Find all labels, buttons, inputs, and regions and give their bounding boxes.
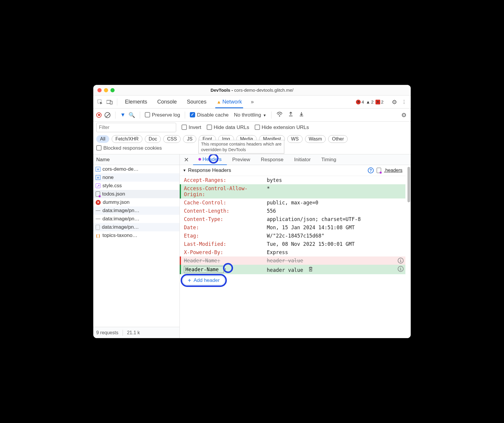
header-row-editing: : header value i <box>180 265 405 274</box>
more-menu-icon[interactable]: ⋮ <box>400 98 408 106</box>
type-filter-other[interactable]: Other <box>328 135 348 143</box>
network-settings-icon[interactable]: ⚙ <box>400 111 408 119</box>
clear-button[interactable] <box>105 112 110 118</box>
request-row-dummy[interactable]: ✕dummy.json <box>93 198 179 206</box>
request-list: ≡cors-demo-de… ≡none ↗style.css todos.js… <box>93 165 179 327</box>
request-row-data1[interactable]: data:image/pn… <box>93 206 179 215</box>
more-tabs-icon[interactable]: » <box>248 98 256 106</box>
header-row: Last-Modified:Tue, 08 Nov 2022 15:00:01 … <box>180 240 405 248</box>
request-row-style[interactable]: ↗style.css <box>93 182 179 190</box>
hide-data-urls-checkbox[interactable]: Hide data URLs <box>207 125 249 130</box>
device-toolbar-icon[interactable] <box>106 98 113 106</box>
request-row-data3[interactable]: data:image/pn… <box>93 223 179 231</box>
request-row-topics[interactable]: { }topics-taxono… <box>93 231 179 240</box>
info-icon[interactable]: i <box>398 258 404 264</box>
tab-elements[interactable]: Elements <box>121 99 151 105</box>
disable-cache-checkbox[interactable]: Disable cache <box>190 112 229 118</box>
blocked-response-cookies-checkbox[interactable]: Blocked response cookies <box>96 145 162 151</box>
type-filter-js[interactable]: JS <box>183 135 196 143</box>
invert-checkbox[interactable]: Invert <box>182 125 201 130</box>
info-icon[interactable]: i <box>398 266 404 272</box>
header-row: Content-Length:556 <box>180 207 405 215</box>
scrollbar[interactable] <box>407 167 410 202</box>
error-icon: ✕ <box>356 100 361 104</box>
warning-icon: ▲ <box>366 99 370 104</box>
header-row: Content-Type:application/json; charset=U… <box>180 215 405 223</box>
svg-point-3 <box>279 115 280 117</box>
delete-header-icon[interactable] <box>307 266 314 272</box>
name-column-header[interactable]: Name <box>93 154 179 165</box>
type-filter-all[interactable]: All <box>96 135 109 143</box>
detail-tab-headers[interactable]: Headers <box>193 154 227 165</box>
header-row: Cache-Control:public, max-age=0 <box>180 198 405 207</box>
error-badges[interactable]: ✕4 ▲2 ✕2 <box>356 99 383 104</box>
header-row-removed: Header-Name:header valuei <box>180 256 405 265</box>
record-button[interactable] <box>96 112 102 118</box>
header-name-input[interactable] <box>184 266 224 273</box>
headers-file-icon <box>377 168 381 173</box>
request-row-cors-demo[interactable]: ≡cors-demo-de… <box>93 165 179 173</box>
status-requests: 9 requests <box>96 330 118 335</box>
detail-tabs: ✕ Headers Preview Response Initiator Tim… <box>180 154 411 165</box>
override-indicator-icon <box>198 158 201 161</box>
hide-extension-urls-checkbox[interactable]: Hide extension URLs <box>255 125 309 130</box>
request-row-todos[interactable]: todos.json <box>93 190 179 198</box>
blocked-filter-row: Blocked response cookies arty requests T… <box>93 144 411 154</box>
header-row: Date:Mon, 15 Jan 2024 14:51:08 GMT <box>180 223 405 232</box>
settings-icon[interactable]: ⚙ <box>391 98 398 106</box>
throttling-select[interactable]: No throttling▼ <box>234 112 267 118</box>
filter-toggle-icon[interactable]: ▼ <box>120 112 126 118</box>
collapse-icon: ▼ <box>183 168 186 172</box>
request-row-data2[interactable]: data:image/pn… <box>93 215 179 223</box>
devtools-tabs: Elements Console Sources ▲Network » ✕4 ▲… <box>93 96 411 109</box>
header-row: Accept-Ranges:bytes <box>180 176 405 184</box>
type-filter-ws[interactable]: WS <box>287 135 303 143</box>
type-filter-css[interactable]: CSS <box>163 135 181 143</box>
type-filter-wasm[interactable]: Wasm <box>305 135 326 143</box>
header-row-overridden: Access-Control-Allow- Origin:* <box>180 184 405 198</box>
type-filter-fetch[interactable]: Fetch/XHR <box>112 135 142 143</box>
close-details-icon[interactable]: ✕ <box>180 156 193 163</box>
tab-console[interactable]: Console <box>153 99 181 105</box>
highlight-ring-icon <box>181 274 227 287</box>
request-row-none[interactable]: ≡none <box>93 173 179 182</box>
issue-icon: ✕ <box>375 100 380 104</box>
help-icon[interactable]: ? <box>368 167 374 173</box>
network-conditions-icon[interactable] <box>276 112 283 118</box>
status-transfer: 21.1 k <box>127 330 140 335</box>
tab-sources[interactable]: Sources <box>183 99 211 105</box>
add-header-button[interactable]: + Add header <box>183 276 225 285</box>
warning-icon: ▲ <box>216 99 221 104</box>
detail-tab-response[interactable]: Response <box>256 154 289 165</box>
titlebar: DevTools - cors-demo-devtools.glitch.me/ <box>93 85 411 96</box>
detail-tab-preview[interactable]: Preview <box>227 154 255 165</box>
headers-file-link[interactable]: .headers <box>384 168 402 173</box>
override-tooltip: This response contains headers which are… <box>198 140 284 154</box>
network-toolbar: ▼ 🔍 Preserve log Disable cache No thrott… <box>93 109 411 122</box>
inspect-icon[interactable] <box>96 98 104 106</box>
preserve-log-checkbox[interactable]: Preserve log <box>145 112 180 118</box>
svg-rect-2 <box>110 101 112 104</box>
header-row: Etag:W/"22c-18457c15d68" <box>180 232 405 240</box>
download-icon[interactable] <box>299 112 304 118</box>
detail-tab-initiator[interactable]: Initiator <box>289 154 316 165</box>
window-title: DevTools - cors-demo-devtools.glitch.me/ <box>93 88 411 93</box>
highlight-ring-icon <box>223 263 233 273</box>
filter-bar: Invert Hide data URLs Hide extension URL… <box>93 122 411 133</box>
type-filter-doc[interactable]: Doc <box>145 135 161 143</box>
search-icon[interactable]: 🔍 <box>129 112 135 118</box>
tab-network[interactable]: ▲Network <box>212 99 246 105</box>
detail-tab-timing[interactable]: Timing <box>316 154 341 165</box>
filter-input[interactable] <box>96 123 176 132</box>
header-row: X-Powered-By:Express <box>180 248 405 256</box>
upload-icon[interactable] <box>288 112 293 118</box>
response-headers-section[interactable]: ▼ Response Headers ? .headers <box>180 165 405 176</box>
highlight-ring-icon <box>208 154 219 164</box>
